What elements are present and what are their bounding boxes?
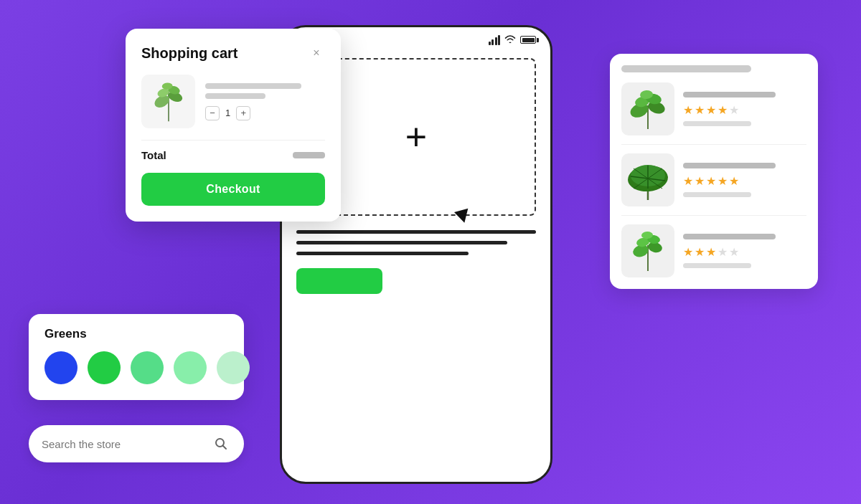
product-list-panel: ★ ★ ★ ★ ★ ★ ★ (610, 54, 818, 289)
star-full: ★ (695, 174, 705, 188)
plant-image (147, 78, 190, 125)
total-label: Total (141, 149, 166, 161)
quantity-increase-button[interactable]: + (236, 106, 250, 120)
product-sub-1 (683, 121, 751, 126)
product-name-3 (683, 234, 776, 239)
star-full: ★ (683, 103, 693, 117)
close-button[interactable]: × (308, 44, 325, 62)
star-full: ★ (683, 245, 693, 259)
product-info-1: ★ ★ ★ ★ ★ (683, 92, 806, 126)
total-amount-placeholder (293, 152, 325, 158)
product-name-2 (683, 163, 776, 168)
product-info-3: ★ ★ ★ ★ ★ (683, 234, 806, 268)
shopping-cart-popup: Shopping cart × − 1 + Total (126, 29, 341, 222)
color-card-title: Greens (44, 327, 228, 341)
cart-header: Shopping cart × (141, 44, 325, 62)
star-full: ★ (695, 245, 705, 259)
product-image-1 (621, 82, 674, 135)
swatch-green-mid[interactable] (131, 351, 164, 384)
star-full: ★ (695, 103, 705, 117)
star-full: ★ (718, 174, 728, 188)
content-line-1 (296, 230, 536, 234)
item-name-line (205, 83, 301, 89)
plant-svg-1 (626, 87, 669, 130)
product-stars-2: ★ ★ ★ ★ ★ (683, 174, 806, 188)
wifi-icon (504, 34, 516, 45)
swatch-blue[interactable] (44, 351, 77, 384)
cart-item-image (141, 75, 195, 128)
battery-icon (520, 36, 536, 44)
star-full: ★ (718, 103, 728, 117)
star-full: ★ (706, 174, 716, 188)
checkout-button[interactable]: Checkout (141, 173, 325, 206)
mobile-action-button[interactable] (296, 268, 382, 294)
swatch-green-pale[interactable] (217, 351, 250, 384)
star-full: ★ (706, 103, 716, 117)
product-sub-2 (683, 192, 751, 197)
content-lines (296, 230, 536, 255)
color-palette-card: Greens (29, 314, 244, 400)
swatch-green-dark[interactable] (88, 351, 121, 384)
signal-bar-4 (498, 35, 500, 45)
product-item: ★ ★ ★ ★ ★ (621, 82, 806, 145)
content-line-3 (296, 252, 469, 255)
quantity-value: 1 (225, 108, 230, 118)
signal-bar-3 (495, 37, 497, 45)
product-image-3 (621, 224, 674, 277)
battery-fill (522, 38, 535, 42)
star-empty: ★ (718, 245, 728, 259)
quantity-control: − 1 + (205, 106, 325, 120)
star-full: ★ (683, 174, 693, 188)
product-stars-1: ★ ★ ★ ★ ★ (683, 103, 806, 117)
product-list-header-line (621, 65, 751, 72)
product-sub-3 (683, 263, 751, 268)
cart-title: Shopping cart (141, 45, 237, 62)
svg-line-7 (223, 446, 227, 450)
product-image-2 (621, 153, 674, 206)
search-input[interactable] (42, 438, 211, 450)
item-sub-line (205, 93, 265, 99)
color-swatches (44, 351, 228, 384)
add-icon: + (405, 118, 427, 156)
cursor-icon (454, 209, 471, 225)
plant-svg-3 (629, 229, 668, 272)
search-bar (29, 425, 244, 462)
swatch-green-light[interactable] (174, 351, 207, 384)
product-item: ★ ★ ★ ★ ★ (621, 153, 806, 216)
search-icon[interactable] (211, 434, 231, 454)
content-line-2 (296, 241, 507, 244)
star-empty: ★ (729, 245, 739, 259)
star-empty: ★ (729, 103, 739, 117)
product-name-1 (683, 92, 776, 98)
signal-icon (489, 35, 501, 45)
cart-divider (141, 140, 325, 141)
quantity-decrease-button[interactable]: − (205, 106, 220, 120)
cart-item-details: − 1 + (205, 83, 325, 120)
signal-bar-1 (489, 42, 491, 45)
star-full: ★ (706, 245, 716, 259)
product-item: ★ ★ ★ ★ ★ (621, 224, 806, 277)
cart-total: Total (141, 149, 325, 161)
signal-bar-2 (491, 39, 494, 45)
product-stars-3: ★ ★ ★ ★ ★ (683, 245, 806, 259)
cart-item: − 1 + (141, 75, 325, 128)
star-full: ★ (729, 174, 739, 188)
plant-svg-2 (624, 158, 672, 201)
product-info-2: ★ ★ ★ ★ ★ (683, 163, 806, 197)
